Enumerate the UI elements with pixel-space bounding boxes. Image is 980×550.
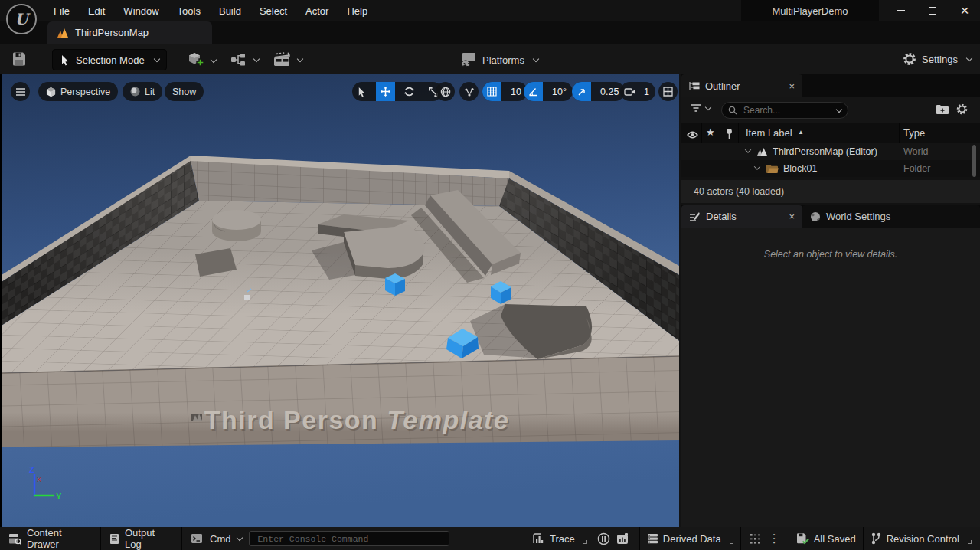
- svg-text:Third Person Template: Third Person Template: [204, 405, 510, 434]
- cinematics-button[interactable]: [273, 51, 302, 68]
- scale-snap-control[interactable]: 0.25: [572, 82, 625, 101]
- menu-actor[interactable]: Actor: [296, 5, 338, 17]
- grid-snap-icon: [482, 82, 501, 101]
- rotation-snap-control[interactable]: 10°: [524, 82, 573, 101]
- tab-outliner[interactable]: Outliner ×: [681, 74, 802, 97]
- expand-caret-icon[interactable]: [745, 146, 751, 152]
- revision-control-button[interactable]: Revision Control: [871, 532, 972, 545]
- tab-thirdpersonmap[interactable]: ThirdPersonMap: [47, 21, 212, 44]
- resize-grip-icon: [730, 540, 733, 544]
- settings-dropdown[interactable]: Settings: [902, 51, 972, 67]
- menu-build[interactable]: Build: [210, 5, 250, 17]
- world-space-button[interactable]: [436, 82, 455, 101]
- profiler-ring-icon[interactable]: [597, 532, 610, 545]
- snapshot-icon[interactable]: [616, 532, 629, 545]
- outliner-search[interactable]: [721, 102, 848, 119]
- blueprints-button[interactable]: [230, 51, 259, 68]
- menu-edit[interactable]: Edit: [79, 5, 114, 17]
- menu-help[interactable]: Help: [338, 5, 377, 17]
- unreal-logo-icon[interactable]: U: [6, 4, 37, 34]
- chevron-down-icon: [211, 56, 217, 62]
- save-status-icon: [796, 532, 809, 545]
- console-input-box[interactable]: [249, 531, 449, 546]
- rotate-tool-button[interactable]: [400, 82, 419, 101]
- close-icon[interactable]: ×: [789, 211, 795, 222]
- tab-world-settings[interactable]: World Settings: [802, 205, 980, 228]
- chevron-down-icon: [533, 55, 539, 61]
- item-label-column[interactable]: Item Label: [746, 127, 792, 139]
- folder-icon: [766, 164, 779, 174]
- world-icon: [756, 147, 768, 156]
- level-viewport[interactable]: Third Person Template Third Person Templ…: [0, 74, 679, 527]
- grid-snap-control[interactable]: 10: [482, 82, 528, 101]
- insights-buttons: [597, 532, 629, 545]
- statusbar-kebab-icon[interactable]: ⋮: [769, 532, 780, 545]
- pin-column-icon[interactable]: [725, 127, 733, 139]
- console-input[interactable]: [256, 533, 443, 545]
- move-tool-button[interactable]: [376, 82, 395, 101]
- chevron-down-icon: [253, 55, 260, 61]
- curved-ramp[interactable]: [470, 304, 592, 359]
- outliner-settings-button[interactable]: [956, 103, 969, 116]
- chevron-down-icon: [836, 106, 842, 112]
- expand-caret-icon[interactable]: [754, 163, 760, 169]
- output-log-button[interactable]: Output Log: [101, 527, 181, 550]
- trace-button[interactable]: Trace: [533, 533, 587, 545]
- main-menu: File Edit Window Tools Build Select Acto…: [44, 0, 377, 21]
- search-input[interactable]: [742, 104, 828, 116]
- perspective-dropdown[interactable]: Perspective: [38, 82, 118, 101]
- content-drawer-button[interactable]: Content Drawer: [0, 527, 100, 550]
- menu-tools[interactable]: Tools: [168, 5, 210, 17]
- maximize-button[interactable]: [920, 0, 946, 21]
- camera-speed-control[interactable]: 1: [620, 82, 655, 101]
- content-drawer-icon: [8, 533, 21, 545]
- show-dropdown[interactable]: Show: [165, 82, 204, 101]
- platforms-dropdown[interactable]: Platforms: [459, 51, 538, 68]
- selection-mode-dropdown[interactable]: Selection Mode: [52, 49, 167, 70]
- new-folder-button[interactable]: [936, 103, 949, 116]
- globe-icon: [440, 87, 451, 97]
- chevron-down-icon: [705, 103, 711, 110]
- details-tabbar: Details × World Settings: [681, 205, 980, 228]
- outliner-row-world[interactable]: ThirdPersonMap (Editor) World: [681, 143, 980, 160]
- close-button[interactable]: ×: [952, 0, 978, 21]
- snap-nodes-icon: [464, 87, 475, 97]
- trace-label: Trace: [550, 533, 575, 545]
- chevron-down-icon: [966, 54, 972, 61]
- status-bar: Content Drawer Output Log Cmd: [0, 527, 980, 550]
- type-column[interactable]: Type: [903, 127, 925, 139]
- visibility-column-icon[interactable]: [687, 128, 698, 139]
- derived-data-button[interactable]: Derived Data: [647, 533, 733, 545]
- gear-icon: [956, 103, 969, 116]
- selection-mode-label: Selection Mode: [76, 54, 145, 66]
- favorite-column-icon[interactable]: ★: [706, 126, 715, 138]
- minimize-button[interactable]: [887, 0, 913, 21]
- tab-details[interactable]: Details ×: [681, 205, 802, 228]
- save-button[interactable]: [11, 51, 28, 67]
- content-drawer-label: Content Drawer: [27, 527, 91, 550]
- outliner-filter-button[interactable]: [691, 103, 710, 113]
- save-icon: [11, 51, 28, 67]
- performance-dots-icon[interactable]: [750, 533, 761, 545]
- cylinder-block[interactable]: [212, 210, 261, 241]
- select-arrow-icon: [357, 87, 367, 97]
- all-saved-button[interactable]: All Saved: [796, 532, 856, 545]
- menu-window[interactable]: Window: [114, 5, 168, 17]
- menu-select[interactable]: Select: [250, 5, 296, 17]
- lit-dropdown[interactable]: Lit: [122, 82, 162, 101]
- blueprint-nodes-icon: [230, 51, 248, 68]
- world-settings-globe-icon: [810, 211, 821, 222]
- close-icon[interactable]: ×: [789, 80, 795, 92]
- outliner-scrollbar[interactable]: [972, 145, 976, 177]
- surface-snapping-button[interactable]: [459, 82, 479, 101]
- search-icon: [728, 106, 737, 115]
- transform-tools: [352, 82, 443, 101]
- select-tool-button[interactable]: [352, 82, 371, 101]
- menu-file[interactable]: File: [44, 5, 79, 17]
- level-icon: [57, 28, 69, 38]
- outliner-icon: [689, 81, 700, 90]
- outliner-row-folder[interactable]: Block01 Folder: [681, 160, 980, 177]
- viewport-options-button[interactable]: [11, 82, 30, 101]
- quad-view-button[interactable]: [658, 82, 678, 101]
- add-actor-button[interactable]: [187, 51, 216, 70]
